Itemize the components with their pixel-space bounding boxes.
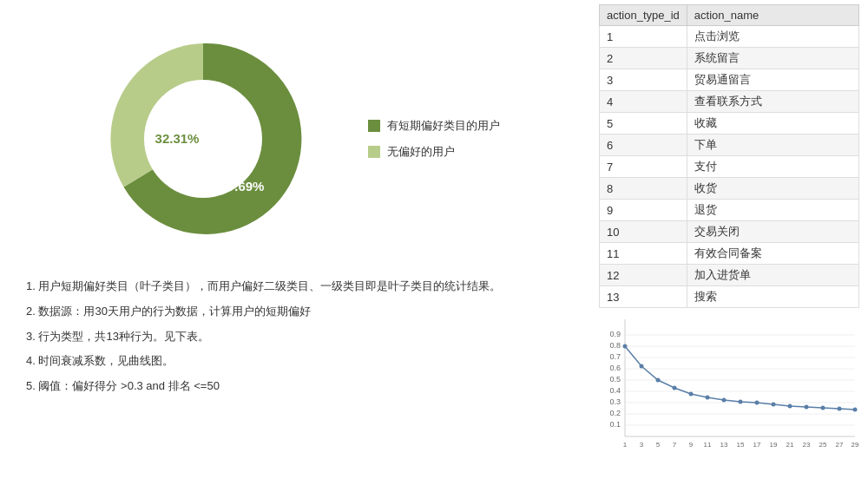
table-cell-name: 收藏 — [687, 113, 858, 134]
legend-label-1: 有短期偏好类目的用户 — [387, 118, 500, 134]
legend-item-1: 有短期偏好类目的用户 — [368, 118, 500, 134]
svg-text:5: 5 — [656, 441, 661, 449]
legend-label-2: 无偏好的用户 — [387, 144, 455, 160]
table-row: 1点击浏览 — [600, 26, 859, 48]
svg-text:3: 3 — [640, 441, 644, 449]
svg-text:15: 15 — [737, 441, 745, 449]
table-cell-id: 1 — [600, 26, 687, 48]
table-cell-id: 7 — [600, 156, 687, 178]
svg-point-33 — [788, 404, 792, 409]
svg-text:0.4: 0.4 — [609, 386, 621, 395]
table-row: 2系统留言 — [600, 48, 859, 69]
svg-text:0.5: 0.5 — [609, 375, 621, 384]
col-id-header: action_type_id — [600, 5, 687, 26]
table-row: 10交易关闭 — [600, 221, 859, 243]
svg-point-31 — [755, 401, 760, 405]
donut-chart: 32.31% 67.69% — [90, 26, 316, 252]
note-3: 行为类型，共13种行为。见下表。 — [26, 328, 573, 346]
legend-color-2 — [368, 146, 380, 158]
table-row: 12加入进货单 — [600, 265, 859, 286]
table-cell-id: 2 — [600, 48, 687, 69]
svg-text:19: 19 — [770, 441, 778, 449]
note-5: 阈值：偏好得分 >0.3 and 排名 <=50 — [26, 377, 573, 396]
svg-text:67.69%: 67.69% — [220, 179, 265, 194]
table-row: 4查看联系方式 — [600, 91, 859, 113]
table-cell-name: 支付 — [687, 156, 858, 178]
table-row: 11有效合同备案 — [600, 243, 859, 265]
table-cell-id: 11 — [600, 243, 687, 265]
table-cell-name: 搜索 — [687, 286, 858, 308]
table-cell-id: 12 — [600, 265, 687, 286]
svg-point-30 — [739, 400, 743, 404]
table-cell-id: 8 — [600, 178, 687, 200]
svg-point-28 — [706, 396, 710, 400]
table-row: 6下单 — [600, 134, 859, 156]
svg-point-32 — [772, 403, 776, 407]
svg-text:23: 23 — [803, 441, 811, 449]
notes-list: 用户短期偏好类目（叶子类目），而用户偏好二级类目、一级类目即是叶子类目的统计结果… — [26, 278, 573, 396]
table-cell-name: 贸易通留言 — [687, 69, 858, 91]
note-1: 用户短期偏好类目（叶子类目），而用户偏好二级类目、一级类目即是叶子类目的统计结果… — [26, 278, 573, 296]
table-cell-name: 交易关闭 — [687, 221, 858, 243]
table-cell-name: 收货 — [687, 178, 858, 200]
decay-chart: 0.9 0.8 0.7 0.6 0.5 0.4 0.3 0.2 0.1 — [599, 315, 859, 454]
table-cell-name: 有效合同备案 — [687, 243, 858, 265]
svg-text:17: 17 — [753, 441, 761, 449]
table-cell-id: 13 — [600, 286, 687, 308]
left-panel: 32.31% 67.69% 有短期偏好类目的用户 无偏好的用户 用户短期偏好类目… — [0, 0, 590, 492]
right-panel: action_type_id action_name 1点击浏览2系统留言3贸易… — [590, 0, 868, 492]
svg-point-36 — [838, 407, 842, 411]
table-cell-id: 5 — [600, 113, 687, 134]
table-row: 8收货 — [600, 178, 859, 200]
table-cell-name: 点击浏览 — [687, 26, 858, 48]
notes-area: 用户短期偏好类目（叶子类目），而用户偏好二级类目、一级类目即是叶子类目的统计结果… — [17, 278, 573, 403]
table-cell-name: 加入进货单 — [687, 265, 858, 286]
table-cell-id: 10 — [600, 221, 687, 243]
table-cell-id: 6 — [600, 134, 687, 156]
svg-text:21: 21 — [786, 441, 794, 449]
table-row: 13搜索 — [600, 286, 859, 308]
svg-text:9: 9 — [689, 441, 694, 449]
table-cell-name: 查看联系方式 — [687, 91, 858, 113]
svg-point-24 — [640, 364, 644, 369]
svg-text:0.2: 0.2 — [609, 409, 621, 417]
table-cell-id: 9 — [600, 200, 687, 221]
svg-point-35 — [821, 406, 825, 410]
table-row: 7支付 — [600, 156, 859, 178]
table-row: 5收藏 — [600, 113, 859, 134]
table-cell-name: 退货 — [687, 200, 858, 221]
svg-text:0.6: 0.6 — [609, 364, 621, 372]
svg-point-26 — [673, 386, 677, 390]
svg-point-29 — [722, 398, 727, 403]
svg-point-25 — [656, 378, 661, 383]
svg-text:11: 11 — [704, 441, 712, 449]
svg-text:0.7: 0.7 — [609, 352, 621, 361]
table-cell-id: 3 — [600, 69, 687, 91]
col-name-header: action_name — [687, 5, 858, 26]
chart-legend: 有短期偏好类目的用户 无偏好的用户 — [368, 118, 500, 160]
table-cell-name: 下单 — [687, 134, 858, 156]
chart-area: 32.31% 67.69% 有短期偏好类目的用户 无偏好的用户 — [17, 9, 573, 260]
svg-text:7: 7 — [673, 441, 677, 449]
decay-svg: 0.9 0.8 0.7 0.6 0.5 0.4 0.3 0.2 0.1 — [599, 315, 859, 454]
table-cell-id: 4 — [600, 91, 687, 113]
svg-text:0.9: 0.9 — [609, 330, 621, 338]
legend-color-1 — [368, 120, 380, 132]
table-row: 3贸易通留言 — [600, 69, 859, 91]
svg-text:25: 25 — [819, 441, 827, 449]
svg-text:0.8: 0.8 — [609, 341, 621, 350]
svg-text:32.31%: 32.31% — [155, 131, 200, 146]
svg-text:13: 13 — [720, 441, 728, 449]
note-4: 时间衰减系数，见曲线图。 — [26, 352, 573, 371]
svg-text:27: 27 — [836, 441, 844, 449]
note-2: 数据源：用30天用户的行为数据，计算用户的短期偏好 — [26, 303, 573, 321]
legend-item-2: 无偏好的用户 — [368, 144, 500, 160]
svg-point-27 — [689, 392, 694, 397]
table-row: 9退货 — [600, 200, 859, 221]
svg-text:0.3: 0.3 — [609, 397, 621, 406]
svg-point-34 — [805, 405, 809, 410]
action-table: action_type_id action_name 1点击浏览2系统留言3贸易… — [599, 4, 859, 308]
svg-text:29: 29 — [852, 441, 859, 449]
table-cell-name: 系统留言 — [687, 48, 858, 69]
svg-point-23 — [623, 344, 628, 349]
